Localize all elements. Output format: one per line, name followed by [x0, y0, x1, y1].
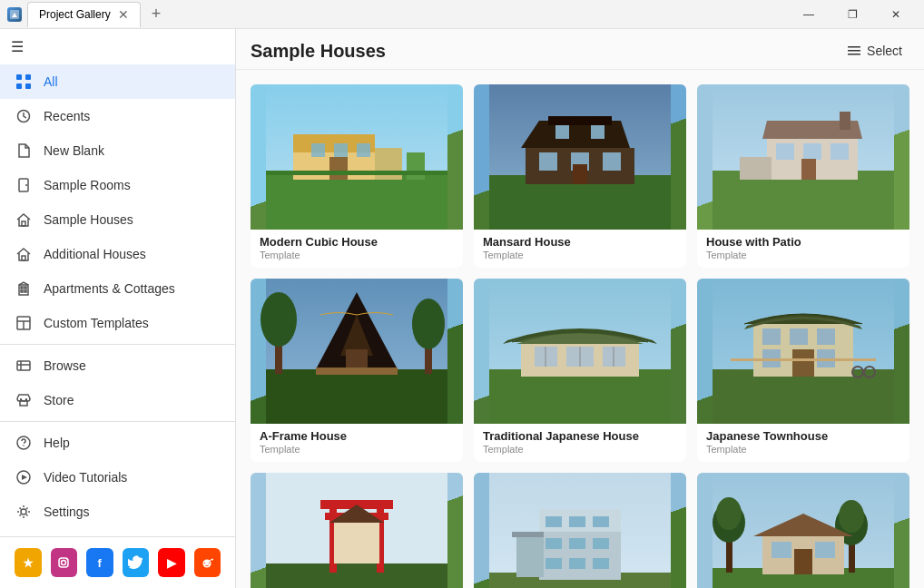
sidebar-item-all[interactable]: All: [0, 64, 235, 99]
social-facebook-btn[interactable]: f: [86, 548, 113, 577]
minimize-btn[interactable]: —: [788, 0, 830, 29]
house-icon: [15, 211, 33, 229]
sidebar-item-store[interactable]: Store: [0, 383, 235, 417]
sidebar-label-settings: Settings: [44, 505, 90, 519]
gallery-item-8[interactable]: [474, 473, 686, 588]
svg-rect-53: [539, 152, 557, 171]
svg-rect-97: [731, 358, 876, 361]
sidebar-label-store: Store: [44, 393, 74, 407]
svg-rect-46: [407, 152, 425, 180]
sidebar-item-sample-houses[interactable]: Sample Houses: [0, 202, 235, 237]
svg-point-130: [839, 500, 864, 533]
app-body: ☰ All: [0, 29, 924, 588]
gallery-info-4: A-Frame House Template: [251, 424, 463, 462]
svg-rect-64: [776, 143, 794, 160]
gallery-item-5[interactable]: Traditional Japanese House Template: [474, 279, 686, 462]
gallery-item-2[interactable]: Mansard House Template: [474, 84, 686, 268]
svg-point-74: [412, 299, 445, 349]
svg-rect-133: [772, 542, 791, 558]
select-icon: [847, 44, 861, 58]
social-instagram-btn[interactable]: [51, 548, 78, 577]
svg-rect-63: [840, 112, 850, 130]
svg-rect-58: [573, 164, 587, 184]
gallery-scroll[interactable]: Modern Cubic House Template: [236, 70, 924, 588]
svg-rect-12: [25, 287, 26, 289]
title-bar: Project Gallery ✕ + — ❐ ✕: [0, 0, 924, 29]
gallery-info-5: Traditional Japanese House Template: [474, 424, 686, 462]
sidebar-item-apartments-cottages[interactable]: Apartments & Cottages: [0, 271, 235, 306]
sidebar-item-recents[interactable]: Recents: [0, 99, 235, 133]
gallery-item-7[interactable]: [251, 473, 463, 588]
svg-rect-135: [794, 549, 812, 574]
tab-close-btn[interactable]: ✕: [118, 7, 129, 22]
new-tab-btn[interactable]: +: [146, 5, 167, 24]
social-twitter-btn[interactable]: [123, 548, 150, 577]
gallery-item-1[interactable]: Modern Cubic House Template: [251, 84, 463, 268]
gallery-name-2: Mansard House: [483, 235, 677, 249]
gallery-grid: Modern Cubic House Template: [251, 84, 909, 588]
svg-rect-35: [848, 50, 860, 52]
svg-rect-52: [548, 116, 612, 125]
select-button[interactable]: Select: [840, 40, 909, 62]
svg-rect-8: [22, 221, 25, 226]
svg-rect-77: [346, 349, 368, 369]
svg-rect-112: [516, 532, 544, 577]
gallery-name-1: Modern Cubic House: [260, 235, 454, 249]
svg-rect-9: [22, 256, 25, 260]
gallery-item-3[interactable]: House with Patio Template: [697, 84, 909, 268]
svg-rect-121: [569, 558, 585, 569]
svg-marker-25: [22, 475, 27, 480]
svg-point-26: [21, 509, 26, 514]
sidebar-header: ☰: [0, 29, 235, 64]
social-youtube-btn[interactable]: ▶: [158, 548, 185, 577]
gallery-type-1: Template: [260, 250, 454, 260]
gallery-thumb-9: [697, 473, 909, 588]
sidebar-item-custom-templates[interactable]: Custom Templates: [0, 306, 235, 340]
browse-icon: [15, 357, 33, 375]
sidebar-item-new-blank[interactable]: New Blank: [0, 133, 235, 168]
gallery-type-2: Template: [483, 250, 677, 260]
social-reddit-btn[interactable]: [194, 548, 221, 577]
sidebar-item-settings[interactable]: Settings: [0, 495, 235, 529]
sidebar-label-custom-templates: Custom Templates: [44, 316, 149, 330]
gallery-info-6: Japanese Townhouse Template: [697, 424, 909, 462]
sidebar-label-browse: Browse: [44, 358, 86, 373]
gallery-item-6[interactable]: Japanese Townhouse Template: [697, 279, 909, 462]
svg-rect-116: [593, 516, 609, 527]
svg-rect-34: [848, 46, 860, 48]
sidebar-label-recents: Recents: [44, 109, 90, 123]
svg-rect-67: [801, 159, 816, 180]
close-btn[interactable]: ✕: [875, 0, 917, 29]
svg-rect-56: [555, 125, 569, 139]
svg-rect-93: [817, 328, 835, 345]
sidebar-item-additional-houses[interactable]: Additional Houses: [0, 237, 235, 271]
social-star-btn[interactable]: ★: [15, 548, 42, 577]
app-icon: [7, 7, 22, 22]
svg-rect-21: [20, 401, 27, 406]
main-header: Sample Houses Select: [236, 29, 924, 70]
gallery-thumb-5: [474, 279, 686, 424]
clock-icon: [15, 107, 33, 125]
sidebar-item-help[interactable]: Help: [0, 426, 235, 460]
app-tab[interactable]: Project Gallery ✕: [27, 2, 141, 27]
svg-point-23: [23, 445, 25, 446]
door-icon: [15, 176, 33, 194]
gallery-item-4[interactable]: A-Frame House Template: [251, 279, 463, 462]
gallery-name-6: Japanese Townhouse: [706, 429, 900, 443]
sidebar-item-sample-rooms[interactable]: Sample Rooms: [0, 168, 235, 202]
title-bar-left: Project Gallery ✕ +: [7, 2, 788, 27]
svg-rect-3: [16, 83, 22, 89]
maximize-btn[interactable]: ❐: [831, 0, 873, 29]
gallery-thumb-8: [474, 473, 686, 588]
sidebar-divider-2: [0, 421, 235, 422]
gallery-item-9[interactable]: [697, 473, 909, 588]
svg-rect-47: [266, 171, 447, 175]
svg-rect-96: [792, 349, 814, 377]
hamburger-icon[interactable]: ☰: [11, 38, 24, 55]
svg-rect-134: [815, 542, 835, 558]
sidebar-item-browse[interactable]: Browse: [0, 348, 235, 383]
sidebar-item-video-tutorials[interactable]: Video Tutorials: [0, 460, 235, 495]
svg-rect-106: [334, 523, 379, 564]
svg-rect-66: [831, 143, 849, 160]
svg-rect-68: [740, 157, 772, 180]
